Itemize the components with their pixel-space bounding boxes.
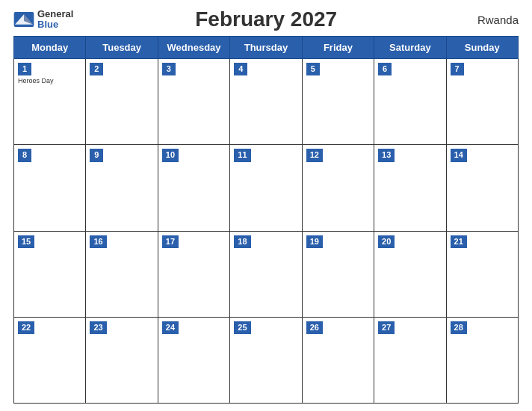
day-number: 12 [306,149,323,161]
calendar-day-11: 11 [230,145,302,231]
calendar-day-10: 10 [158,145,229,231]
calendar-table: MondayTuesdayWednesdayThursdayFridaySatu… [13,36,519,404]
day-number: 7 [451,63,464,75]
weekday-header-sunday: Sunday [446,37,518,59]
calendar-day-23: 23 [86,317,158,403]
day-number: 19 [306,235,323,248]
calendar-day-17: 17 [158,231,229,317]
day-number: 24 [162,321,179,334]
calendar-week-3: 15161718192021 [14,231,519,317]
month-title: February 2027 [73,7,459,31]
day-number: 16 [90,235,106,248]
country-label: Rwanda [459,13,519,26]
calendar-day-19: 19 [302,231,374,317]
calendar-week-2: 891011121314 [14,145,519,231]
calendar-day-28: 28 [446,317,518,403]
day-number: 9 [90,149,103,161]
day-number: 17 [162,235,179,248]
day-number: 6 [378,63,392,75]
day-number: 13 [378,149,395,161]
calendar-day-20: 20 [374,231,446,317]
calendar-day-25: 25 [230,317,302,403]
day-number: 2 [90,63,103,75]
day-number: 18 [234,235,250,248]
logo-general: General [37,9,73,19]
day-number: 14 [451,149,467,161]
calendar-day-1: 1Heroes Day [14,59,86,145]
calendar-day-21: 21 [446,231,518,317]
weekday-header-tuesday: Tuesday [86,37,158,59]
calendar-day-3: 3 [158,59,229,145]
logo: General Blue [13,9,73,31]
weekday-header-friday: Friday [302,37,374,59]
calendar-day-18: 18 [230,231,302,317]
holiday-label: Heroes Day [18,77,81,84]
weekday-header-thursday: Thursday [230,37,302,59]
day-number: 25 [234,321,250,334]
day-number: 28 [451,321,467,334]
day-number: 3 [162,63,176,75]
weekday-header-wednesday: Wednesday [158,37,229,59]
calendar-day-16: 16 [86,231,158,317]
day-number: 11 [234,149,250,161]
calendar-day-8: 8 [14,145,86,231]
weekday-header-row: MondayTuesdayWednesdayThursdayFridaySatu… [14,37,519,59]
calendar-day-6: 6 [374,59,446,145]
calendar-day-12: 12 [302,145,374,231]
generalblue-icon [13,12,34,27]
day-number: 4 [234,63,247,75]
calendar-day-24: 24 [158,317,229,403]
calendar-day-5: 5 [302,59,374,145]
day-number: 8 [18,149,31,161]
calendar-day-14: 14 [446,145,518,231]
logo-blue: Blue [37,19,73,30]
day-number: 1 [18,63,31,75]
calendar-day-9: 9 [86,145,158,231]
day-number: 22 [18,321,34,334]
page-header: General Blue February 2027 Rwanda [13,7,519,31]
calendar-week-1: 1Heroes Day234567 [14,59,519,145]
calendar-day-22: 22 [14,317,86,403]
day-number: 27 [378,321,395,334]
day-number: 15 [18,235,34,248]
day-number: 10 [162,149,179,161]
calendar-day-27: 27 [374,317,446,403]
day-number: 21 [451,235,467,248]
calendar-day-26: 26 [302,317,374,403]
calendar-week-4: 22232425262728 [14,317,519,403]
calendar-day-13: 13 [374,145,446,231]
calendar-day-4: 4 [230,59,302,145]
logo-text: General Blue [37,9,73,31]
day-number: 20 [378,235,395,248]
weekday-header-saturday: Saturday [374,37,446,59]
day-number: 26 [306,321,323,334]
weekday-header-monday: Monday [14,37,86,59]
day-number: 23 [90,321,106,334]
calendar-day-7: 7 [446,59,518,145]
calendar-day-2: 2 [86,59,158,145]
day-number: 5 [306,63,320,75]
calendar-day-15: 15 [14,231,86,317]
